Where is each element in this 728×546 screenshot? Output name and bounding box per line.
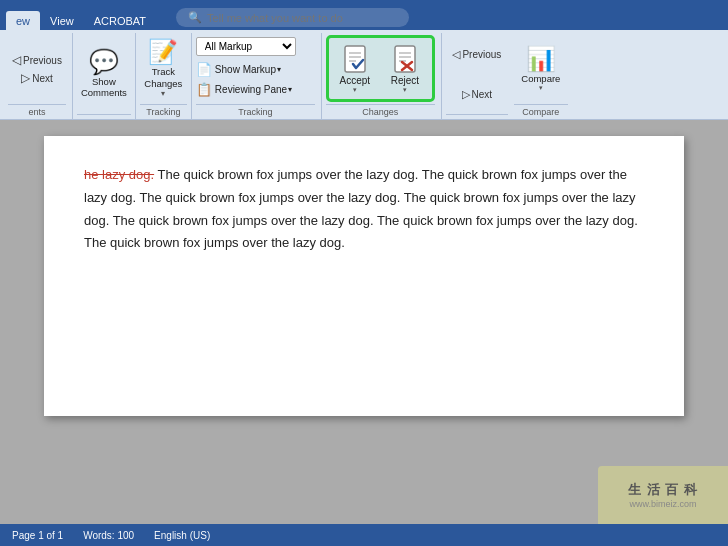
markup-controls-group: All Markup Simple Markup No Markup Origi… [192,33,322,119]
next-change-icon: ▷ [462,88,470,101]
changes-group: Accept ▾ [322,33,442,119]
accept-dropdown-icon: ▾ [353,86,357,94]
page-status: Page 1 of 1 [12,530,63,541]
track-changes-button[interactable]: 📝 TrackChanges ▾ [140,38,186,100]
reject-icon [389,43,421,75]
word-count: Words: 100 [83,530,134,541]
previous-icon: ◁ [12,53,21,67]
tracking-label: Tracking [140,104,187,119]
accept-icon [339,43,371,75]
watermark: 生 活 百 科 www.bimeiz.com [598,466,728,524]
tab-view[interactable]: View [40,11,84,30]
reject-label: Reject [391,75,419,86]
document-area: he lazy dog. The quick brown fox jumps o… [0,120,728,524]
accept-button[interactable]: Accept ▾ [333,41,377,96]
compare-section-label: Compare [514,104,568,119]
document-page[interactable]: he lazy dog. The quick brown fox jumps o… [44,136,684,416]
reviewing-pane-button[interactable]: Reviewing Pane ▾ [214,83,293,96]
track-changes-label: TrackChanges [144,66,182,89]
accept-reject-highlight-box: Accept ▾ [326,35,435,102]
comments-group: ◁ Previous ▷ Next ents [4,33,73,119]
markup-dropdown[interactable]: All Markup Simple Markup No Markup Origi… [196,37,296,56]
comments-group-label: ents [8,104,66,119]
body-text: The quick brown fox jumps over the lazy … [84,167,638,250]
compare-big-group: 📊 Compare ▾ Compare [512,33,572,119]
previous-change-button[interactable]: ◁ Previous [448,47,505,62]
track-changes-dropdown-icon: ▾ [161,89,165,98]
compare-group: ◁ Previous ▷ Next [442,33,512,119]
show-comments-group: 💬 ShowComments [73,33,136,119]
reviewing-pane-label: Reviewing Pane [215,84,287,95]
search-input[interactable] [207,12,397,24]
tab-ew[interactable]: ew [6,11,40,30]
reject-dropdown-icon: ▾ [403,86,407,94]
tracking-group-label: Tracking [196,104,315,119]
ribbon: ◁ Previous ▷ Next ents 💬 ShowComments [0,30,728,120]
compare-label: Compare [521,73,560,84]
next-icon: ▷ [21,71,30,85]
pane-icon: 📋 [196,82,212,97]
previous-change-label: Previous [462,49,501,60]
status-bar: Page 1 of 1 Words: 100 English (US) [0,524,728,546]
search-icon: 🔍 [188,11,202,24]
compare-button[interactable]: 📊 Compare ▾ [517,45,564,94]
compare-icon: 📊 [526,47,556,71]
show-comments-label: ShowComments [81,76,127,99]
previous-button[interactable]: ◁ Previous [8,52,66,68]
language-status: English (US) [154,530,210,541]
next-change-label: Next [472,89,493,100]
app-container: ew View ACROBAT 🔍 ◁ Previous ▷ Next [0,0,728,546]
reject-button[interactable]: Reject ▾ [383,41,427,96]
ribbon-tab-bar: ew View ACROBAT 🔍 [0,0,728,30]
prev-change-icon: ◁ [452,48,460,61]
next-change-button[interactable]: ▷ Next [458,87,497,102]
accept-label: Accept [340,75,371,86]
show-markup-arrow: ▾ [277,65,281,74]
show-markup-label: Show Markup [215,64,276,75]
tab-acrobat[interactable]: ACROBAT [84,11,156,30]
show-comments-icon: 💬 [89,50,119,74]
track-changes-group: 📝 TrackChanges ▾ Tracking [136,33,192,119]
watermark-line2: www.bimeiz.com [629,499,696,509]
track-changes-icon: 📝 [148,40,178,64]
changes-group-label: Changes [326,104,435,119]
next-label: Next [32,73,53,84]
show-markup-button[interactable]: Show Markup ▾ [214,63,282,76]
compare-arrow-icon: ▾ [539,84,543,92]
next-button[interactable]: ▷ Next [17,70,57,86]
reviewing-pane-arrow: ▾ [288,85,292,94]
page-icon: 📄 [196,62,212,77]
deleted-text: he lazy dog. [84,167,154,182]
watermark-line1: 生 活 百 科 [628,481,698,499]
search-bar: 🔍 [176,8,409,27]
show-comments-button[interactable]: 💬 ShowComments [77,48,131,101]
